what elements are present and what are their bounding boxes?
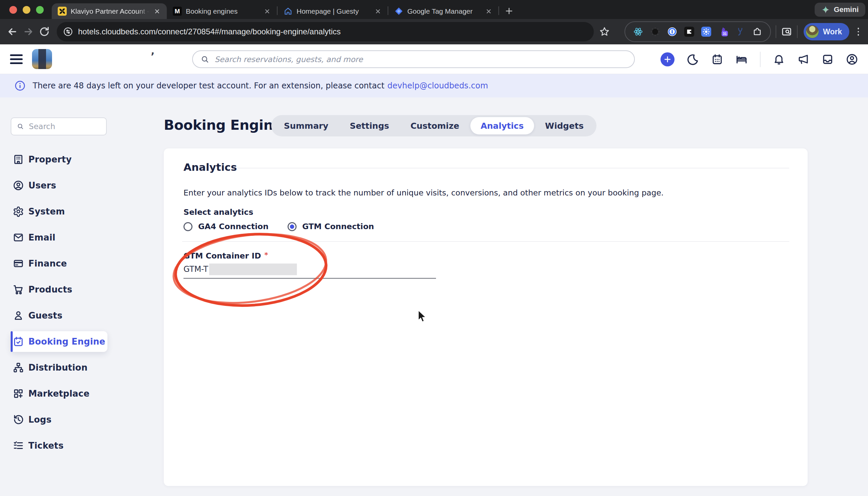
- minimize-window-button[interactable]: [23, 6, 30, 14]
- dark-sun-extension-icon[interactable]: [650, 27, 660, 37]
- onepassword-icon[interactable]: [667, 27, 677, 37]
- tab-analytics[interactable]: Analytics: [470, 117, 534, 135]
- profile-avatar: [806, 25, 819, 38]
- trial-banner: There are 48 days left on your developer…: [0, 74, 868, 97]
- sidebar-item-guests[interactable]: Guests: [11, 305, 107, 326]
- sidebar-item-marketplace[interactable]: Marketplace: [11, 383, 107, 404]
- section-divider: [182, 241, 789, 242]
- sidebar-nav: Property Users System Email Finance Prod…: [0, 146, 120, 459]
- new-tab-button[interactable]: [503, 5, 515, 17]
- browser-tab-booking-engines[interactable]: M Booking engines: [167, 3, 277, 19]
- sidebar-item-logs[interactable]: Logs: [11, 409, 107, 430]
- side-panel-icon[interactable]: [781, 26, 792, 37]
- zoom-window-button[interactable]: [36, 6, 44, 14]
- sidebar-item-system[interactable]: System: [11, 201, 107, 222]
- banner-email-link[interactable]: devhelp@cloudbeds.com: [387, 81, 488, 90]
- sitemap-icon: [13, 362, 24, 373]
- tab-widgets[interactable]: Widgets: [535, 117, 594, 135]
- close-tab-icon[interactable]: [264, 8, 271, 15]
- property-logo[interactable]: [32, 49, 52, 69]
- section-heading: Analytics: [184, 161, 237, 173]
- tab-customize[interactable]: Customize: [400, 117, 469, 135]
- sidebar-item-booking-engine[interactable]: Booking Engine: [11, 331, 107, 352]
- sidebar-item-email[interactable]: Email: [11, 227, 107, 248]
- gemini-button[interactable]: Gemini: [815, 3, 865, 17]
- browser-tab-guesty[interactable]: Homepage | Guesty: [278, 3, 388, 19]
- heading-divider: [236, 168, 789, 168]
- close-tab-icon[interactable]: [374, 8, 382, 15]
- sidebar-item-finance[interactable]: Finance: [11, 253, 107, 274]
- quick-add-icon[interactable]: [661, 52, 675, 66]
- gtm-container-id-value: GTM-T: [184, 264, 208, 274]
- inbox-tray-icon[interactable]: [822, 53, 834, 65]
- search-icon: [201, 55, 209, 64]
- tab-title: Homepage | Guesty: [297, 7, 370, 15]
- url-text[interactable]: hotels.cloudbeds.com/connect/270854#/man…: [78, 27, 341, 36]
- section-description: Enter your analytics IDs below to track …: [184, 188, 664, 198]
- pinned-extensions: 31: [624, 21, 771, 42]
- radio-gtm-connection[interactable]: GTM Connection: [288, 222, 374, 231]
- sidebar-search-input[interactable]: [29, 122, 100, 131]
- gear-icon: [13, 206, 24, 217]
- close-tab-icon[interactable]: [485, 8, 492, 15]
- klaviyo-icon: [58, 7, 67, 16]
- page-title: Booking Engine: [164, 117, 282, 133]
- sidebar-item-products[interactable]: Products: [11, 279, 107, 300]
- booking-engine-tabs: Summary Settings Customize Analytics Wid…: [271, 115, 596, 136]
- calendar-31-extension-icon[interactable]: 31: [718, 27, 728, 37]
- browser-tab-gtm[interactable]: Google Tag Manager: [388, 3, 498, 19]
- sidebar-search[interactable]: [11, 118, 107, 136]
- sidebar-item-tickets[interactable]: Tickets: [11, 435, 107, 456]
- close-tab-icon[interactable]: [153, 8, 161, 15]
- user-circle-icon: [13, 180, 24, 191]
- tab-divider: [498, 6, 499, 15]
- hamburger-menu-icon[interactable]: [10, 53, 23, 65]
- blue-gear-extension-icon[interactable]: [701, 27, 711, 37]
- radio-circle-checked[interactable]: [288, 222, 297, 231]
- account-icon[interactable]: [846, 53, 858, 65]
- address-bar[interactable]: hotels.cloudbeds.com/connect/270854#/man…: [57, 22, 594, 41]
- close-window-button[interactable]: [9, 6, 17, 14]
- tab-summary[interactable]: Summary: [274, 117, 339, 135]
- sidebar: Property Users System Email Finance Prod…: [0, 97, 120, 496]
- red-ellipse-annotation: [164, 149, 808, 486]
- lodging-bed-icon[interactable]: [735, 53, 747, 65]
- announcements-megaphone-icon[interactable]: [797, 53, 809, 65]
- slingshot-extension-icon[interactable]: [735, 27, 745, 37]
- browser-tab-klaviyo[interactable]: Klaviyo Partner Account - Ana: [52, 3, 167, 19]
- global-search-input[interactable]: [215, 55, 626, 64]
- analytics-card: Analytics Enter your analytics IDs below…: [164, 149, 808, 486]
- forward-icon[interactable]: [23, 26, 34, 37]
- sidebar-item-users[interactable]: Users: [11, 175, 107, 196]
- person-icon: [13, 310, 24, 321]
- site-settings-icon[interactable]: [63, 27, 73, 36]
- notifications-bell-icon[interactable]: [773, 53, 785, 65]
- extensions-icon[interactable]: [752, 27, 762, 37]
- react-devtools-icon[interactable]: [633, 27, 643, 37]
- tab-title: Booking engines: [186, 7, 260, 15]
- gtm-diamond-icon: [394, 7, 403, 16]
- guesty-house-icon: [283, 7, 293, 16]
- bookmark-star-icon[interactable]: [599, 26, 610, 37]
- global-search[interactable]: [192, 50, 635, 68]
- radio-circle-unchecked[interactable]: [184, 222, 192, 231]
- browser-menu-icon[interactable]: [853, 26, 863, 37]
- back-icon[interactable]: [7, 26, 18, 37]
- header-icons: [661, 44, 858, 74]
- sidebar-item-distribution[interactable]: Distribution: [11, 357, 107, 378]
- sidebar-item-property[interactable]: Property: [11, 149, 107, 170]
- tab-settings[interactable]: Settings: [339, 117, 399, 135]
- tab-title: Google Tag Manager: [407, 7, 481, 15]
- dark-mode-moon-icon[interactable]: [687, 53, 699, 65]
- grid-plus-icon: [13, 388, 24, 399]
- calendar-icon[interactable]: [711, 53, 723, 65]
- capture-extension-icon[interactable]: [684, 27, 694, 37]
- history-icon: [13, 414, 24, 425]
- credit-card-icon: [13, 258, 24, 269]
- required-asterisk: *: [264, 251, 268, 259]
- gtm-container-id-input[interactable]: GTM-T: [184, 263, 297, 275]
- building-icon: [13, 154, 24, 165]
- browser-profile-chip[interactable]: Work: [804, 23, 849, 40]
- reload-icon[interactable]: [39, 26, 50, 37]
- radio-ga4-connection[interactable]: GA4 Connection: [184, 222, 268, 231]
